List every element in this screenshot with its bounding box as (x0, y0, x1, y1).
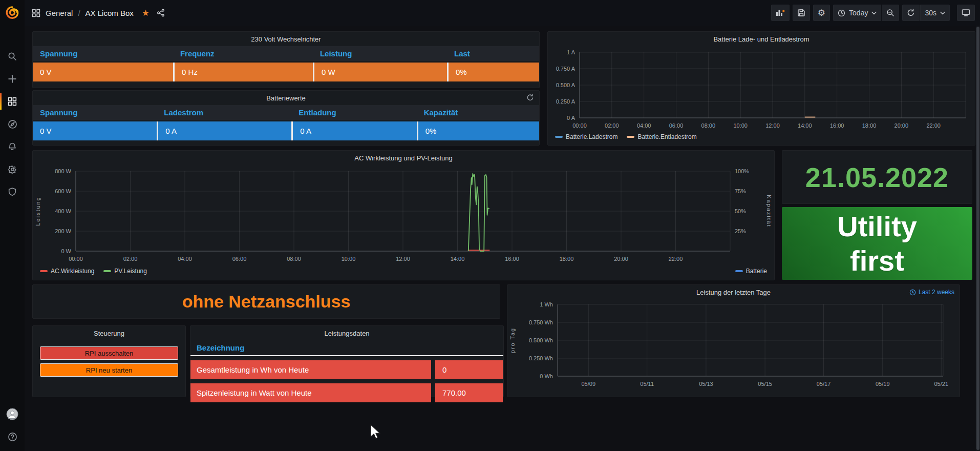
column-header[interactable]: Spannung (33, 46, 173, 61)
panel-refresh-button[interactable] (526, 94, 534, 103)
svg-text:25%: 25% (735, 228, 746, 234)
column-header[interactable]: Frequenz (173, 46, 313, 61)
time-range-link[interactable]: Last 2 weeks (909, 285, 954, 299)
panel-netzanschluss: ohne Netzanschluss (32, 284, 500, 319)
panel-title[interactable]: Batteriewerte (33, 91, 539, 105)
chart-legend: Batterie.Ladestrom Batterie.Entladestrom (548, 132, 975, 144)
svg-text:800 W: 800 W (55, 168, 71, 174)
save-dashboard-button[interactable] (793, 5, 810, 21)
svg-text:00:00: 00:00 (69, 256, 83, 262)
legend-item[interactable]: Batterie.Entladestrom (627, 133, 696, 140)
utility-line1: Utility (837, 209, 917, 243)
svg-text:05/17: 05/17 (817, 381, 831, 387)
legend-item[interactable]: PV.Leistung (103, 268, 147, 275)
column-header[interactable]: Kapazität (417, 105, 539, 120)
refresh-group: 30s (902, 5, 950, 21)
topbar: General / AX Licom Box ★ ⚙ (25, 0, 980, 26)
svg-text:0 Wh: 0 Wh (540, 373, 553, 379)
svg-text:1 Wh: 1 Wh (540, 301, 553, 308)
svg-text:Kapazität: Kapazität (766, 195, 772, 228)
current-date: 21.05.2022 (805, 161, 949, 193)
bell-icon (8, 142, 17, 151)
svg-text:22:00: 22:00 (669, 256, 683, 262)
panel-title[interactable]: Leistungsdaten (190, 326, 503, 340)
add-panel-button[interactable] (771, 5, 790, 21)
panel-ac-chart: AC Wirkleistung und PV-Leistung 00:0002:… (32, 150, 775, 280)
breadcrumb-folder[interactable]: General (46, 9, 73, 17)
panel-title[interactable]: 230 Volt Wechselrichter (33, 32, 539, 46)
panel-title[interactable]: AC Wirkleistung und PV-Leistung (33, 151, 774, 165)
share-icon[interactable] (157, 9, 165, 17)
chevron-down-icon (871, 11, 877, 15)
page-scrollbar[interactable] (976, 26, 980, 451)
legend-swatch (103, 270, 111, 273)
column-header[interactable]: Spannung (33, 105, 157, 120)
column-header[interactable]: Last (447, 46, 539, 61)
svg-text:18:00: 18:00 (862, 122, 877, 129)
svg-text:0.750 A: 0.750 A (556, 66, 576, 72)
sidebar-item-search[interactable] (0, 45, 25, 68)
batterie-chart[interactable]: 00:0002:0004:0006:0008:0010:0012:0014:00… (548, 46, 975, 132)
svg-text:20:00: 20:00 (614, 256, 628, 262)
zoom-out-time-button[interactable] (882, 5, 899, 21)
sidebar-item-server-admin[interactable] (0, 180, 25, 203)
panel-batterie-chart: Batterie Lade- und Entladestrom 00:0002:… (547, 31, 975, 146)
svg-text:Leistung: Leistung (35, 196, 41, 226)
svg-text:08:00: 08:00 (287, 256, 301, 262)
apps-grid-icon (32, 9, 40, 17)
scrollbar-thumb[interactable] (976, 27, 979, 450)
time-picker-group: Today (833, 5, 899, 21)
sidebar-item-configuration[interactable] (0, 158, 25, 180)
sidebar-item-dashboards[interactable] (0, 90, 25, 113)
sidebar-item-help[interactable] (0, 425, 25, 448)
table-cell: 0 W (313, 63, 447, 81)
breadcrumb: General / AX Licom Box ★ (32, 8, 165, 18)
rpi-restart-button[interactable]: RPI neu starten (40, 363, 178, 377)
table-header-row: Spannung Ladestrom Entladung Kapazität (33, 105, 539, 120)
svg-text:06:00: 06:00 (232, 256, 247, 262)
panel-title[interactable]: Steuerung (33, 326, 185, 340)
chevron-down-icon (940, 11, 945, 15)
rpi-shutdown-button[interactable]: RPI ausschalten (40, 346, 178, 360)
panel-title[interactable]: Leistung der letzten Tage Last 2 weeks (507, 285, 960, 299)
panel-title-text: Batteriewerte (266, 94, 306, 102)
refresh-interval-button[interactable]: 30s (920, 5, 950, 21)
plus-icon (8, 74, 17, 84)
sidebar-item-profile[interactable] (0, 403, 25, 425)
ac-chart[interactable]: 00:0002:0004:0006:0008:0010:0012:0014:00… (33, 165, 773, 266)
legend-label: AC.Wirkleistung (51, 268, 94, 275)
legend-item[interactable]: Batterie.Ladestrom (555, 133, 617, 140)
time-range-button[interactable]: Today (833, 5, 881, 21)
save-icon (797, 9, 805, 17)
column-header[interactable]: Leistung (313, 46, 447, 61)
svg-text:1 A: 1 A (567, 49, 576, 55)
favorite-star-icon[interactable]: ★ (142, 8, 150, 18)
legend-item[interactable]: AC.Wirkleistung (40, 268, 94, 275)
breadcrumb-dashboard-title[interactable]: AX Licom Box (86, 9, 134, 17)
column-header[interactable]: Ladestrom (157, 105, 291, 120)
series-PV.Leistung (468, 174, 489, 251)
sidebar-item-create[interactable] (0, 68, 25, 90)
utility-mode-text: Utility first (837, 209, 917, 278)
legend-item[interactable]: Batterie (735, 268, 767, 275)
user-avatar-icon (6, 408, 18, 420)
svg-text:02:00: 02:00 (123, 256, 138, 262)
legend-swatch (735, 270, 743, 273)
sidebar-item-alerting[interactable] (0, 135, 25, 158)
refresh-icon (526, 94, 534, 101)
tv-mode-button[interactable] (957, 5, 975, 21)
dashboard-settings-button[interactable]: ⚙ (813, 5, 830, 21)
svg-text:14:00: 14:00 (451, 256, 465, 262)
svg-text:12:00: 12:00 (396, 256, 410, 262)
panel-tage-chart: Leistung der letzten Tage Last 2 weeks 0… (507, 284, 960, 397)
utility-line2: first (837, 243, 917, 278)
refresh-dashboard-button[interactable] (902, 5, 920, 21)
metric-label: Spitzenleistung in Watt von Heute (190, 383, 431, 402)
sidebar-item-explore[interactable] (0, 113, 25, 135)
grafana-logo[interactable] (0, 0, 25, 26)
column-header[interactable]: Bezeichnung (190, 340, 503, 356)
column-header[interactable]: Entladung (291, 105, 416, 120)
tage-chart[interactable]: 05/0905/1105/1305/1505/1705/1905/210 Wh0… (507, 299, 958, 394)
panel-title[interactable]: Batterie Lade- und Entladestrom (548, 32, 975, 46)
steuerung-buttons: RPI ausschalten RPI neu starten (33, 340, 185, 377)
